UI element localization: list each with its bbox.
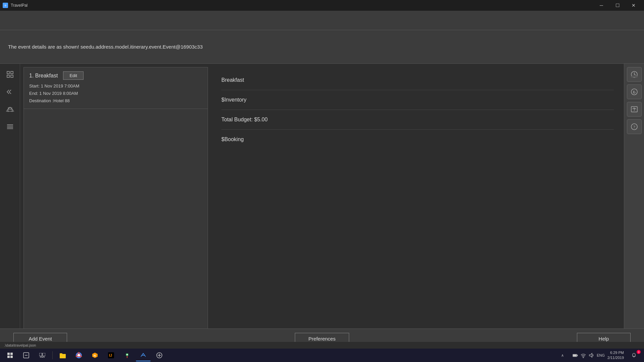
detail-name-section: Breakfast bbox=[221, 70, 614, 90]
close-button[interactable]: ✕ bbox=[626, 0, 641, 11]
taskbar-notification-button[interactable]: 3 bbox=[627, 349, 641, 361]
svg-rect-24 bbox=[43, 353, 45, 356]
svg-rect-25 bbox=[40, 357, 42, 358]
search-area bbox=[0, 11, 644, 30]
right-sidebar-icon-help[interactable]: ? bbox=[627, 119, 642, 134]
svg-text:N: N bbox=[94, 354, 96, 357]
event-panel: 1. Breakfast Edit Start: 1 Nov 2019 7:00… bbox=[23, 67, 208, 332]
filepath-text: .\data\travelpal.json bbox=[4, 343, 36, 347]
event-item-title: 1. Breakfast bbox=[29, 73, 58, 79]
right-sidebar: ₺ ? bbox=[624, 64, 644, 335]
minimize-button[interactable]: ─ bbox=[594, 0, 609, 11]
event-item: 1. Breakfast Edit Start: 1 Nov 2019 7:00… bbox=[24, 67, 208, 109]
message-text: The event details are as shown! seedu.ad… bbox=[8, 44, 203, 50]
svg-rect-17 bbox=[7, 353, 10, 355]
title-bar-title: TravelPal bbox=[11, 3, 28, 8]
notification-count: 3 bbox=[637, 350, 641, 354]
taskbar-app-explorer[interactable] bbox=[55, 349, 70, 361]
taskbar-language: ENG bbox=[597, 353, 605, 357]
sidebar-icon-list[interactable] bbox=[3, 119, 17, 134]
svg-rect-23 bbox=[39, 353, 42, 356]
sidebar-icon-grid[interactable] bbox=[3, 67, 17, 82]
taskbar-app-maps[interactable] bbox=[120, 349, 135, 361]
svg-point-35 bbox=[126, 354, 128, 355]
event-item-header: 1. Breakfast Edit bbox=[29, 71, 202, 80]
detail-booking-label: $Booking bbox=[221, 136, 244, 142]
title-bar: ✈ TravelPal ─ ☐ ✕ bbox=[0, 0, 644, 11]
title-bar-controls: ─ ☐ ✕ bbox=[594, 0, 641, 11]
main-area: 1. Breakfast Edit Start: 1 Nov 2019 7:00… bbox=[0, 64, 644, 335]
taskbar-app-other[interactable] bbox=[152, 349, 167, 361]
message-bar: The event details are as shown! seedu.ad… bbox=[0, 30, 644, 64]
detail-inventory-section: $Inventory bbox=[221, 90, 614, 110]
taskbar-search-button[interactable] bbox=[19, 349, 34, 361]
svg-rect-39 bbox=[573, 355, 576, 356]
svg-text:₺: ₺ bbox=[633, 90, 636, 95]
left-sidebar bbox=[0, 64, 20, 335]
right-sidebar-icon-flight-book[interactable] bbox=[627, 102, 642, 117]
svg-rect-28 bbox=[60, 353, 62, 355]
detail-name-label: Breakfast bbox=[221, 77, 244, 83]
taskbar-wifi-icon bbox=[581, 353, 586, 358]
taskbar-taskview-button[interactable] bbox=[35, 349, 50, 361]
taskbar-app-norton[interactable]: N bbox=[88, 349, 102, 361]
app-icon: ✈ bbox=[3, 3, 8, 8]
edit-button[interactable]: Edit bbox=[63, 71, 83, 80]
taskbar-right: ∧ ENG 6:29 PM 2/11/2019 3 bbox=[555, 349, 641, 361]
svg-rect-10 bbox=[631, 76, 637, 77]
svg-rect-18 bbox=[10, 353, 13, 355]
taskbar-app-intellij[interactable]: IJ bbox=[104, 349, 118, 361]
svg-rect-26 bbox=[43, 357, 44, 358]
taskbar-battery-icon bbox=[573, 353, 578, 358]
detail-booking-section: $Booking bbox=[221, 130, 614, 149]
svg-text:IJ: IJ bbox=[109, 353, 112, 357]
sidebar-icon-back[interactable] bbox=[3, 84, 17, 99]
start-button[interactable] bbox=[3, 349, 17, 361]
svg-rect-2 bbox=[7, 75, 9, 77]
svg-rect-0 bbox=[7, 71, 9, 74]
taskbar-notifications-up[interactable]: ∧ bbox=[555, 349, 570, 361]
svg-point-4 bbox=[8, 107, 12, 109]
event-destination: Destination :Hotel 88 bbox=[29, 97, 202, 105]
right-sidebar-icon-clock[interactable] bbox=[627, 67, 642, 82]
title-bar-left: ✈ TravelPal bbox=[3, 3, 28, 8]
taskbar-time[interactable]: 6:29 PM 2/11/2019 bbox=[607, 350, 624, 361]
maximize-button[interactable]: ☐ bbox=[610, 0, 625, 11]
right-sidebar-icon-currency[interactable]: ₺ bbox=[627, 84, 642, 99]
svg-point-40 bbox=[583, 357, 584, 358]
detail-budget-label: Total Budget: $5.00 bbox=[221, 117, 268, 122]
event-start: Start: 1 Nov 2019 7:00AM bbox=[29, 82, 202, 90]
svg-rect-19 bbox=[7, 356, 10, 358]
svg-rect-3 bbox=[11, 75, 13, 77]
search-input[interactable] bbox=[5, 17, 639, 23]
taskbar: N IJ ∧ bbox=[0, 349, 644, 362]
svg-rect-1 bbox=[11, 71, 13, 74]
filepath-bar: .\data\travelpal.json bbox=[0, 342, 644, 349]
detail-inventory-label: $Inventory bbox=[221, 97, 247, 103]
taskbar-volume-icon bbox=[589, 353, 594, 358]
svg-rect-20 bbox=[10, 356, 13, 358]
taskbar-app-travelpal[interactable] bbox=[136, 349, 151, 361]
svg-marker-41 bbox=[589, 353, 592, 357]
detail-panel: Breakfast $Inventory Total Budget: $5.00… bbox=[211, 64, 624, 335]
svg-text:?: ? bbox=[633, 124, 635, 129]
sidebar-icon-plane[interactable] bbox=[3, 102, 17, 117]
taskbar-app-chrome[interactable] bbox=[71, 349, 86, 361]
svg-rect-38 bbox=[577, 355, 578, 356]
taskbar-separator-1 bbox=[52, 351, 53, 359]
event-end: End: 1 Nov 2019 8:00AM bbox=[29, 90, 202, 97]
detail-budget-section: Total Budget: $5.00 bbox=[221, 110, 614, 130]
